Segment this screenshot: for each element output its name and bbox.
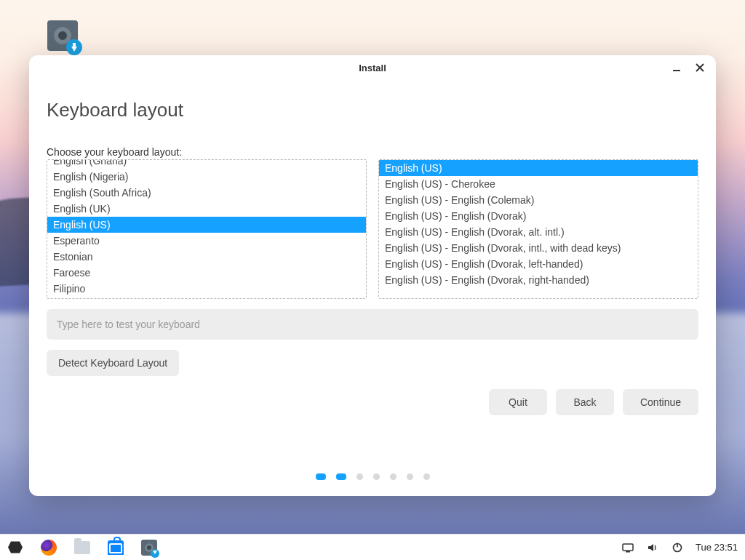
layout-lists: English (Ghana)English (Nigeria)English … [47,159,698,299]
files-icon [74,541,90,554]
layout-variant-item[interactable]: English (US) - English (Dvorak, left-han… [379,256,698,272]
progress-dot [356,473,363,480]
progress-dot [407,473,413,480]
progress-dot [336,473,346,480]
quit-button[interactable]: Quit [489,389,547,415]
display-indicator[interactable] [621,541,634,554]
installer-icon [141,540,157,556]
layout-variant-list[interactable]: English (US)English (US) - CherokeeEngli… [378,159,698,299]
desktop-wallpaper: Install Keyboard layout Choose your keyb… [0,0,745,560]
taskbar-installer[interactable] [141,540,157,556]
svg-rect-4 [677,543,678,547]
desktop-installer-icon[interactable] [47,20,78,51]
layout-language-item[interactable]: English (UK) [47,201,366,217]
layout-language-list[interactable]: English (Ghana)English (Nigeria)English … [47,159,367,299]
layout-language-item[interactable]: Filipino [47,281,366,297]
layout-variant-item[interactable]: English (US) - English (Dvorak, alt. int… [379,224,698,240]
nav-buttons: Quit Back Continue [47,389,698,415]
taskbar-software[interactable] [108,540,124,556]
layout-variant-item[interactable]: English (US) [379,160,698,176]
progress-dot [373,473,380,480]
start-menu-button[interactable] [7,540,23,556]
layout-variant-item[interactable]: English (US) - English (Colemak) [379,192,698,208]
layout-variant-item[interactable]: English (US) - English (Dvorak, intl., w… [379,240,698,256]
progress-dots [47,455,698,496]
window-title: Install [359,63,386,73]
layout-language-item[interactable]: Estonian [47,249,366,265]
progress-dot [423,473,430,480]
back-button[interactable]: Back [556,389,614,415]
window-content: Keyboard layout Choose your keyboard lay… [29,80,716,496]
zorin-logo-icon [8,540,23,555]
layout-language-item[interactable]: English (Ghana) [47,159,366,169]
layout-language-item[interactable]: English (South Africa) [47,185,366,201]
progress-dot [316,473,326,480]
firefox-icon [41,540,57,556]
keyboard-test-input[interactable] [47,309,698,340]
taskbar-clock[interactable]: Tue 23:51 [696,542,738,553]
layout-language-item[interactable]: English (Nigeria) [47,169,366,185]
detect-keyboard-button[interactable]: Detect Keyboard Layout [47,350,179,376]
svg-rect-0 [673,70,680,71]
progress-dot [390,473,397,480]
layout-variant-item[interactable]: English (US) - Cherokee [379,176,698,192]
svg-rect-2 [626,551,630,553]
power-indicator[interactable] [671,541,684,554]
continue-button[interactable]: Continue [623,389,698,415]
software-icon [108,540,124,555]
layout-variant-item[interactable]: English (US) - English (Dvorak) [379,208,698,224]
window-titlebar: Install [29,55,716,80]
layout-language-item[interactable]: English (US) [47,217,366,233]
page-heading: Keyboard layout [47,99,698,121]
close-button[interactable] [690,59,710,76]
choose-layout-label: Choose your keyboard layout: [47,146,698,158]
volume-indicator[interactable] [646,541,659,554]
taskbar: Tue 23:51 [0,534,745,560]
installer-window: Install Keyboard layout Choose your keyb… [29,55,716,496]
svg-rect-1 [623,544,633,551]
taskbar-files[interactable] [74,540,90,556]
taskbar-firefox[interactable] [41,540,57,556]
layout-language-item[interactable]: Esperanto [47,233,366,249]
download-badge-icon [66,39,82,55]
layout-variant-item[interactable]: English (US) - English (Dvorak, right-ha… [379,272,698,288]
minimize-button[interactable] [666,59,687,76]
layout-language-item[interactable]: Faroese [47,265,366,281]
